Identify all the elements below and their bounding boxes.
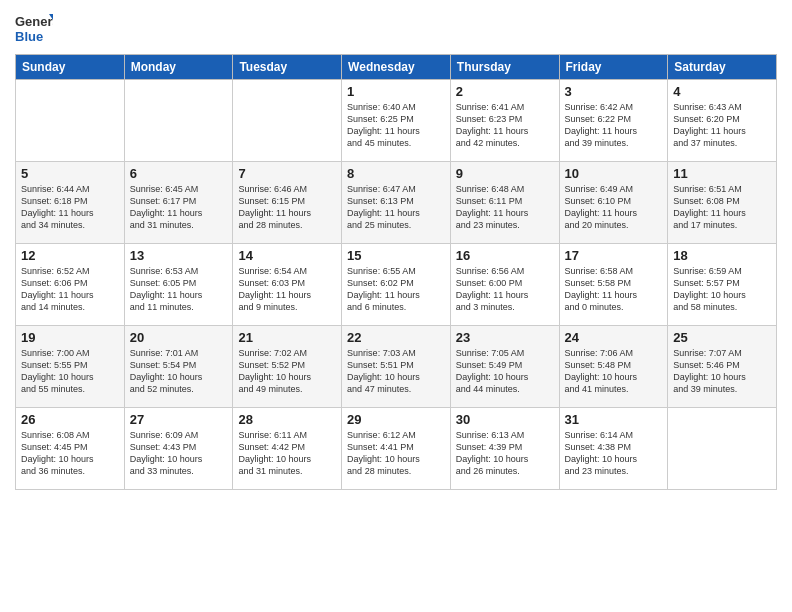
day-number: 28 xyxy=(238,412,336,427)
day-number: 21 xyxy=(238,330,336,345)
day-info: Sunrise: 6:49 AM Sunset: 6:10 PM Dayligh… xyxy=(565,183,663,232)
calendar-cell: 24Sunrise: 7:06 AM Sunset: 5:48 PM Dayli… xyxy=(559,326,668,408)
day-info: Sunrise: 6:42 AM Sunset: 6:22 PM Dayligh… xyxy=(565,101,663,150)
day-number: 2 xyxy=(456,84,554,99)
calendar-cell: 21Sunrise: 7:02 AM Sunset: 5:52 PM Dayli… xyxy=(233,326,342,408)
day-number: 5 xyxy=(21,166,119,181)
day-number: 16 xyxy=(456,248,554,263)
calendar-cell: 7Sunrise: 6:46 AM Sunset: 6:15 PM Daylig… xyxy=(233,162,342,244)
calendar-cell xyxy=(668,408,777,490)
calendar-page: General Blue SundayMondayTuesdayWednesda… xyxy=(0,0,792,612)
day-info: Sunrise: 6:41 AM Sunset: 6:23 PM Dayligh… xyxy=(456,101,554,150)
day-number: 4 xyxy=(673,84,771,99)
calendar-cell: 12Sunrise: 6:52 AM Sunset: 6:06 PM Dayli… xyxy=(16,244,125,326)
day-number: 10 xyxy=(565,166,663,181)
day-number: 22 xyxy=(347,330,445,345)
calendar-week-row: 5Sunrise: 6:44 AM Sunset: 6:18 PM Daylig… xyxy=(16,162,777,244)
calendar-cell: 8Sunrise: 6:47 AM Sunset: 6:13 PM Daylig… xyxy=(342,162,451,244)
day-number: 30 xyxy=(456,412,554,427)
day-number: 7 xyxy=(238,166,336,181)
day-info: Sunrise: 7:00 AM Sunset: 5:55 PM Dayligh… xyxy=(21,347,119,396)
day-number: 9 xyxy=(456,166,554,181)
day-of-week-header: Tuesday xyxy=(233,55,342,80)
day-of-week-header: Monday xyxy=(124,55,233,80)
calendar-cell: 15Sunrise: 6:55 AM Sunset: 6:02 PM Dayli… xyxy=(342,244,451,326)
day-info: Sunrise: 7:01 AM Sunset: 5:54 PM Dayligh… xyxy=(130,347,228,396)
calendar-header-row: SundayMondayTuesdayWednesdayThursdayFrid… xyxy=(16,55,777,80)
day-info: Sunrise: 6:53 AM Sunset: 6:05 PM Dayligh… xyxy=(130,265,228,314)
day-number: 1 xyxy=(347,84,445,99)
day-info: Sunrise: 6:52 AM Sunset: 6:06 PM Dayligh… xyxy=(21,265,119,314)
day-info: Sunrise: 6:58 AM Sunset: 5:58 PM Dayligh… xyxy=(565,265,663,314)
day-number: 15 xyxy=(347,248,445,263)
calendar-cell: 2Sunrise: 6:41 AM Sunset: 6:23 PM Daylig… xyxy=(450,80,559,162)
day-number: 24 xyxy=(565,330,663,345)
calendar-cell xyxy=(124,80,233,162)
day-of-week-header: Wednesday xyxy=(342,55,451,80)
day-info: Sunrise: 7:07 AM Sunset: 5:46 PM Dayligh… xyxy=(673,347,771,396)
day-info: Sunrise: 6:40 AM Sunset: 6:25 PM Dayligh… xyxy=(347,101,445,150)
calendar-cell: 5Sunrise: 6:44 AM Sunset: 6:18 PM Daylig… xyxy=(16,162,125,244)
svg-text:Blue: Blue xyxy=(15,29,43,44)
calendar-week-row: 12Sunrise: 6:52 AM Sunset: 6:06 PM Dayli… xyxy=(16,244,777,326)
day-number: 6 xyxy=(130,166,228,181)
day-of-week-header: Sunday xyxy=(16,55,125,80)
day-info: Sunrise: 6:55 AM Sunset: 6:02 PM Dayligh… xyxy=(347,265,445,314)
calendar-cell: 14Sunrise: 6:54 AM Sunset: 6:03 PM Dayli… xyxy=(233,244,342,326)
calendar-week-row: 19Sunrise: 7:00 AM Sunset: 5:55 PM Dayli… xyxy=(16,326,777,408)
day-number: 20 xyxy=(130,330,228,345)
day-info: Sunrise: 6:47 AM Sunset: 6:13 PM Dayligh… xyxy=(347,183,445,232)
day-info: Sunrise: 7:05 AM Sunset: 5:49 PM Dayligh… xyxy=(456,347,554,396)
day-number: 26 xyxy=(21,412,119,427)
day-number: 17 xyxy=(565,248,663,263)
day-info: Sunrise: 6:09 AM Sunset: 4:43 PM Dayligh… xyxy=(130,429,228,478)
day-number: 25 xyxy=(673,330,771,345)
calendar-week-row: 26Sunrise: 6:08 AM Sunset: 4:45 PM Dayli… xyxy=(16,408,777,490)
calendar-cell: 11Sunrise: 6:51 AM Sunset: 6:08 PM Dayli… xyxy=(668,162,777,244)
day-number: 8 xyxy=(347,166,445,181)
day-number: 27 xyxy=(130,412,228,427)
calendar-cell: 26Sunrise: 6:08 AM Sunset: 4:45 PM Dayli… xyxy=(16,408,125,490)
calendar-cell: 6Sunrise: 6:45 AM Sunset: 6:17 PM Daylig… xyxy=(124,162,233,244)
calendar-cell: 22Sunrise: 7:03 AM Sunset: 5:51 PM Dayli… xyxy=(342,326,451,408)
day-number: 18 xyxy=(673,248,771,263)
day-info: Sunrise: 6:51 AM Sunset: 6:08 PM Dayligh… xyxy=(673,183,771,232)
day-info: Sunrise: 6:43 AM Sunset: 6:20 PM Dayligh… xyxy=(673,101,771,150)
day-info: Sunrise: 6:14 AM Sunset: 4:38 PM Dayligh… xyxy=(565,429,663,478)
day-number: 13 xyxy=(130,248,228,263)
calendar-cell: 28Sunrise: 6:11 AM Sunset: 4:42 PM Dayli… xyxy=(233,408,342,490)
calendar-cell: 17Sunrise: 6:58 AM Sunset: 5:58 PM Dayli… xyxy=(559,244,668,326)
logo-bird-icon: General Blue xyxy=(15,10,53,48)
calendar-cell: 27Sunrise: 6:09 AM Sunset: 4:43 PM Dayli… xyxy=(124,408,233,490)
calendar-cell: 9Sunrise: 6:48 AM Sunset: 6:11 PM Daylig… xyxy=(450,162,559,244)
day-info: Sunrise: 7:06 AM Sunset: 5:48 PM Dayligh… xyxy=(565,347,663,396)
day-number: 19 xyxy=(21,330,119,345)
svg-text:General: General xyxy=(15,14,53,29)
calendar-cell: 25Sunrise: 7:07 AM Sunset: 5:46 PM Dayli… xyxy=(668,326,777,408)
calendar-week-row: 1Sunrise: 6:40 AM Sunset: 6:25 PM Daylig… xyxy=(16,80,777,162)
day-info: Sunrise: 6:46 AM Sunset: 6:15 PM Dayligh… xyxy=(238,183,336,232)
day-info: Sunrise: 7:02 AM Sunset: 5:52 PM Dayligh… xyxy=(238,347,336,396)
page-header: General Blue xyxy=(15,10,777,48)
day-of-week-header: Friday xyxy=(559,55,668,80)
day-number: 12 xyxy=(21,248,119,263)
calendar-cell: 23Sunrise: 7:05 AM Sunset: 5:49 PM Dayli… xyxy=(450,326,559,408)
day-of-week-header: Thursday xyxy=(450,55,559,80)
day-number: 3 xyxy=(565,84,663,99)
calendar-cell xyxy=(16,80,125,162)
calendar-cell: 1Sunrise: 6:40 AM Sunset: 6:25 PM Daylig… xyxy=(342,80,451,162)
calendar-cell: 29Sunrise: 6:12 AM Sunset: 4:41 PM Dayli… xyxy=(342,408,451,490)
calendar-table: SundayMondayTuesdayWednesdayThursdayFrid… xyxy=(15,54,777,490)
day-info: Sunrise: 6:44 AM Sunset: 6:18 PM Dayligh… xyxy=(21,183,119,232)
day-info: Sunrise: 6:45 AM Sunset: 6:17 PM Dayligh… xyxy=(130,183,228,232)
day-info: Sunrise: 6:13 AM Sunset: 4:39 PM Dayligh… xyxy=(456,429,554,478)
calendar-cell: 10Sunrise: 6:49 AM Sunset: 6:10 PM Dayli… xyxy=(559,162,668,244)
day-info: Sunrise: 7:03 AM Sunset: 5:51 PM Dayligh… xyxy=(347,347,445,396)
day-info: Sunrise: 6:08 AM Sunset: 4:45 PM Dayligh… xyxy=(21,429,119,478)
calendar-cell: 30Sunrise: 6:13 AM Sunset: 4:39 PM Dayli… xyxy=(450,408,559,490)
day-number: 23 xyxy=(456,330,554,345)
calendar-cell: 18Sunrise: 6:59 AM Sunset: 5:57 PM Dayli… xyxy=(668,244,777,326)
calendar-cell: 16Sunrise: 6:56 AM Sunset: 6:00 PM Dayli… xyxy=(450,244,559,326)
day-info: Sunrise: 6:12 AM Sunset: 4:41 PM Dayligh… xyxy=(347,429,445,478)
day-number: 14 xyxy=(238,248,336,263)
